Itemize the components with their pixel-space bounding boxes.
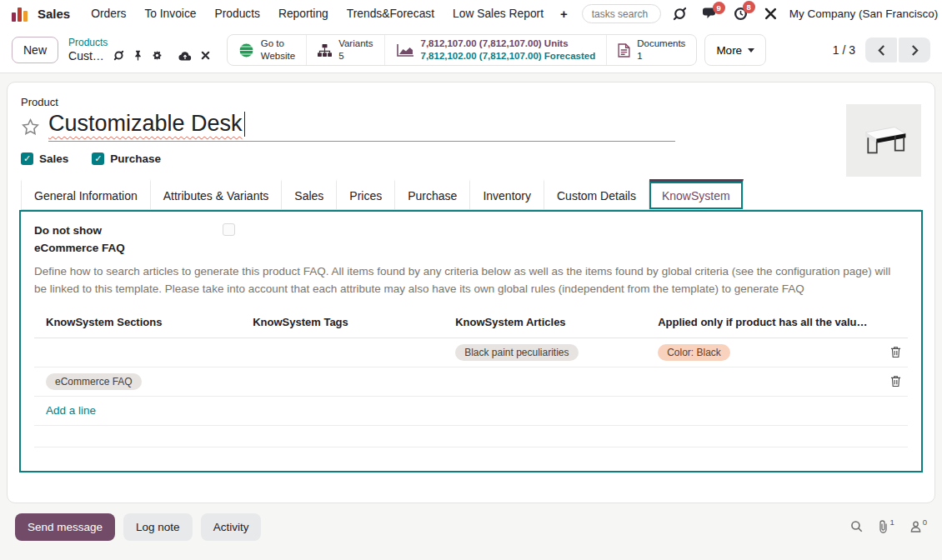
activity-button[interactable]: Activity xyxy=(201,513,262,541)
text-cursor xyxy=(244,112,245,137)
stat-go-to-website[interactable]: Go toWebsite xyxy=(228,35,306,65)
company-switcher[interactable]: My Company (San Francisco) xyxy=(789,8,939,20)
breadcrumb-parent[interactable]: Products xyxy=(68,38,210,49)
discard-x-icon[interactable] xyxy=(201,51,210,60)
globe-icon xyxy=(238,42,254,58)
tab-attributes-variants[interactable]: Attributes & Variants xyxy=(151,179,283,209)
tools-wrench-icon[interactable] xyxy=(764,7,778,21)
area-chart-icon xyxy=(396,43,414,58)
purchase-checkbox-item: ✓ Purchase xyxy=(92,152,161,165)
section-tag[interactable]: eCommerce FAQ xyxy=(46,373,142,390)
follower-count: 0 xyxy=(923,518,927,527)
trash-icon xyxy=(890,346,901,358)
tab-knowsystem[interactable]: KnowSystem xyxy=(649,179,744,209)
favorite-star-icon[interactable] xyxy=(21,118,40,142)
paperclip-icon xyxy=(878,520,889,533)
product-name-text: Customizable Desk xyxy=(48,111,243,137)
delete-row-button[interactable] xyxy=(890,346,908,358)
title-row: Customizable Desk xyxy=(21,111,921,142)
product-name-input[interactable]: Customizable Desk xyxy=(48,111,675,142)
sales-checkbox-item: ✓ Sales xyxy=(21,152,68,165)
activities-badge: 8 xyxy=(743,1,755,13)
product-image[interactable] xyxy=(846,104,921,177)
attribute-value-tag[interactable]: Color: Black xyxy=(658,344,730,361)
attachment-count: 1 xyxy=(889,518,894,527)
chatter-bar: Send message Log note Activity 1 0 xyxy=(0,503,942,557)
knowsystem-tab-panel: Do not show eCommerce FAQ Define how to … xyxy=(19,210,923,472)
table-row[interactable]: Black paint peculiarities Color: Black xyxy=(34,338,908,368)
attachments-button[interactable]: 1 xyxy=(878,520,894,533)
followers-button[interactable]: 0 xyxy=(909,520,927,532)
do-not-show-checkbox[interactable] xyxy=(223,223,235,236)
apps-logo-icon[interactable] xyxy=(12,7,28,22)
stat-documents[interactable]: Documents1 xyxy=(606,35,696,65)
breadcrumb-current: Cust… xyxy=(68,49,104,62)
tab-sales[interactable]: Sales xyxy=(282,179,337,209)
chatter-toggle-icon[interactable] xyxy=(113,50,124,61)
tab-general-information[interactable]: General Information xyxy=(21,179,151,209)
stat-variants[interactable]: Variants5 xyxy=(306,35,383,65)
topbar-icons: 9 8 xyxy=(673,7,778,21)
log-note-button[interactable]: Log note xyxy=(123,513,193,541)
control-panel: New Products Cust… Go toWebsite xyxy=(0,28,942,73)
person-icon xyxy=(909,520,922,532)
menu-to-invoice[interactable]: To Invoice xyxy=(135,2,205,25)
menu-trends-forecast[interactable]: Trends&Forecast xyxy=(338,2,443,25)
desk-image xyxy=(856,118,911,164)
pager-next-button[interactable] xyxy=(899,38,930,62)
product-form-sheet: Product Customizable Desk ✓ Sales ✓ Purc… xyxy=(7,82,935,503)
table-row[interactable]: eCommerce FAQ xyxy=(34,368,908,397)
search-messages-icon[interactable] xyxy=(850,520,863,532)
activities-clock-icon[interactable]: 8 xyxy=(734,7,748,21)
tab-inventory[interactable]: Inventory xyxy=(470,179,544,209)
gear-icon[interactable] xyxy=(152,50,163,61)
save-cloud-icon[interactable] xyxy=(178,51,192,61)
trash-icon xyxy=(890,375,901,388)
product-field-label: Product xyxy=(21,96,921,108)
stat-buttons: Go toWebsite Variants5 7,812,107.00 (7,8… xyxy=(227,34,698,66)
menu-products[interactable]: Products xyxy=(206,2,269,25)
messages-badge: 9 xyxy=(713,2,725,14)
menu-reporting[interactable]: Reporting xyxy=(269,2,338,25)
col-sections: KnowSystem Sections xyxy=(46,316,253,328)
purchase-checkbox[interactable]: ✓ xyxy=(92,152,104,165)
sitemap-icon xyxy=(318,44,332,57)
pager: 1 / 3 xyxy=(833,38,930,62)
more-button[interactable]: More xyxy=(704,34,766,66)
empty-table-row xyxy=(34,426,908,448)
tab-custom-details[interactable]: Custom Details xyxy=(544,179,649,209)
menu-add-plus[interactable]: + xyxy=(553,2,575,26)
notebook-tabs: General Information Attributes & Variant… xyxy=(21,179,921,210)
messages-icon[interactable]: 9 xyxy=(703,8,718,20)
send-message-button[interactable]: Send message xyxy=(15,513,115,541)
tasks-search-input[interactable] xyxy=(582,4,661,23)
availability-checkboxes: ✓ Sales ✓ Purchase xyxy=(21,152,921,165)
do-not-show-label: Do not show eCommerce FAQ xyxy=(34,222,161,258)
menu-low-sales-report[interactable]: Low Sales Report xyxy=(443,2,553,25)
col-applied: Applied only if product has all the valu… xyxy=(658,316,869,328)
pin-icon[interactable] xyxy=(133,50,143,61)
article-tag[interactable]: Black paint peculiarities xyxy=(455,344,578,361)
delete-row-button[interactable] xyxy=(890,375,908,388)
breadcrumb: Products Cust… xyxy=(68,38,210,62)
knowsystem-table-header: KnowSystem Sections KnowSystem Tags Know… xyxy=(34,307,908,338)
knowsystem-description: Define how to search articles to generat… xyxy=(34,263,908,298)
menu-orders[interactable]: Orders xyxy=(82,2,135,25)
col-articles: KnowSystem Articles xyxy=(455,316,658,328)
new-button[interactable]: New xyxy=(12,37,58,63)
col-tags: KnowSystem Tags xyxy=(253,316,455,328)
app-name[interactable]: Sales xyxy=(38,7,70,21)
discuss-icon[interactable] xyxy=(673,7,687,21)
stat-units-forecast[interactable]: 7,812,107.00 (7,812,107.00) Units 7,812,… xyxy=(384,35,607,65)
pager-count: 1 / 3 xyxy=(833,43,855,57)
document-icon xyxy=(618,43,630,58)
pager-previous-button[interactable] xyxy=(865,38,897,62)
add-a-line-link[interactable]: Add a line xyxy=(34,397,908,426)
tab-purchase[interactable]: Purchase xyxy=(395,179,470,209)
chevron-down-icon xyxy=(748,48,754,52)
tab-prices[interactable]: Prices xyxy=(337,179,395,209)
top-navbar: Sales Orders To Invoice Products Reporti… xyxy=(0,0,942,28)
sales-checkbox[interactable]: ✓ xyxy=(21,152,33,165)
